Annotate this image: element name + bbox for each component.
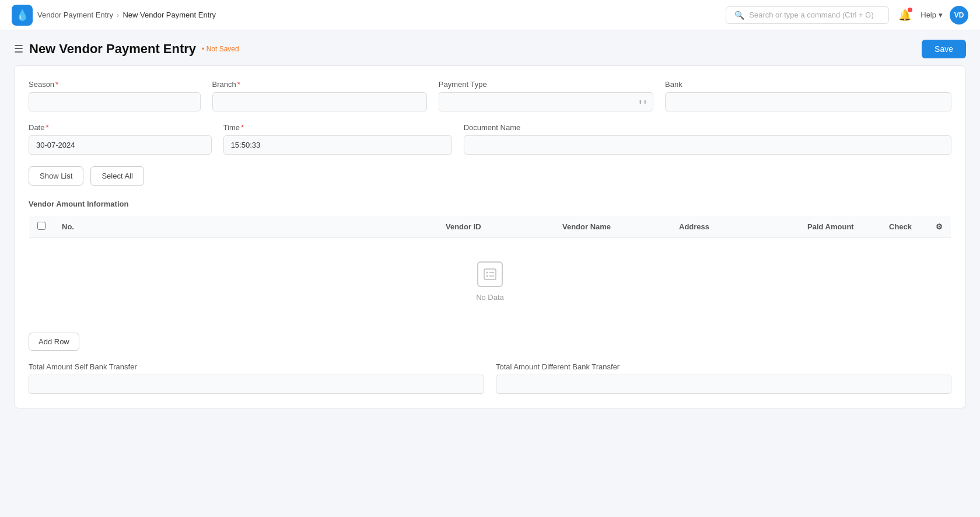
- vendor-section: Vendor Amount Information No. Vendor ID …: [29, 200, 951, 351]
- app-logo: 💧: [12, 5, 33, 26]
- page-header-left: ☰ New Vendor Payment Entry • Not Saved: [14, 41, 239, 57]
- status-badge: • Not Saved: [202, 45, 239, 53]
- nav-left: 💧 Vendor Payment Entry › New Vendor Paym…: [12, 5, 216, 26]
- breadcrumb-sep-1: ›: [117, 11, 119, 19]
- bank-group: Bank: [665, 80, 951, 111]
- notification-dot: [908, 8, 912, 12]
- page-title: New Vendor Payment Entry: [29, 41, 196, 57]
- search-placeholder-text: Search or type a command (Ctrl + G): [749, 11, 874, 19]
- menu-icon[interactable]: ☰: [14, 43, 23, 55]
- form-row-2: Date* Time* Document Name: [29, 123, 951, 155]
- notifications-button[interactable]: 🔔: [896, 6, 914, 24]
- season-input[interactable]: [29, 92, 201, 111]
- document-name-group: Document Name: [464, 123, 951, 155]
- breadcrumb-item-vendor-payment[interactable]: Vendor Payment Entry: [37, 11, 113, 19]
- no-data-text: No Data: [29, 293, 951, 302]
- no-data-row: No Data: [29, 238, 951, 326]
- add-row-button[interactable]: Add Row: [29, 333, 79, 351]
- main-card: Season* Branch* Payment Type Bank: [14, 65, 966, 408]
- form-row-1: Season* Branch* Payment Type Bank: [29, 80, 951, 111]
- totals-row: Total Amount Self Bank Transfer Total Am…: [29, 362, 951, 394]
- save-button[interactable]: Save: [922, 40, 966, 58]
- self-bank-input[interactable]: [29, 375, 484, 394]
- avatar[interactable]: VD: [950, 6, 968, 25]
- branch-label: Branch*: [212, 80, 427, 89]
- th-check: Check: [881, 216, 928, 238]
- document-name-input[interactable]: [464, 135, 951, 155]
- date-group: Date*: [29, 123, 212, 155]
- bank-label: Bank: [665, 80, 951, 89]
- nav-right: 🔍 Search or type a command (Ctrl + G) 🔔 …: [726, 6, 968, 25]
- document-name-label: Document Name: [464, 123, 951, 132]
- payment-type-group: Payment Type: [439, 80, 653, 111]
- payment-type-select[interactable]: [439, 92, 653, 111]
- search-icon: 🔍: [734, 11, 744, 20]
- show-list-button[interactable]: Show List: [29, 166, 83, 186]
- self-bank-label: Total Amount Self Bank Transfer: [29, 362, 484, 371]
- date-input[interactable]: [29, 135, 212, 155]
- no-data-cell: No Data: [29, 238, 951, 326]
- select-all-checkbox[interactable]: [37, 222, 46, 230]
- branch-group: Branch*: [212, 80, 427, 111]
- th-checkbox: [29, 216, 54, 238]
- top-navigation: 💧 Vendor Payment Entry › New Vendor Paym…: [0, 0, 980, 30]
- diff-bank-group: Total Amount Different Bank Transfer: [496, 362, 951, 394]
- page-header: ☰ New Vendor Payment Entry • Not Saved S…: [0, 30, 980, 65]
- time-label: Time*: [223, 123, 452, 132]
- date-label: Date*: [29, 123, 212, 132]
- season-label: Season*: [29, 80, 201, 89]
- breadcrumb-item-new: New Vendor Payment Entry: [123, 11, 216, 19]
- branch-input[interactable]: [212, 92, 427, 111]
- time-input[interactable]: [223, 135, 452, 155]
- th-address: Address: [671, 216, 799, 238]
- bank-input[interactable]: [665, 92, 951, 111]
- payment-type-label: Payment Type: [439, 80, 653, 89]
- th-no: No.: [54, 216, 438, 238]
- section-title: Vendor Amount Information: [29, 200, 951, 208]
- search-bar[interactable]: 🔍 Search or type a command (Ctrl + G): [726, 6, 889, 24]
- svg-point-1: [487, 272, 488, 274]
- vendor-table: No. Vendor ID Vendor Name Address Paid A…: [29, 215, 951, 326]
- table-body: No Data: [29, 238, 951, 326]
- no-data-icon: [477, 261, 503, 287]
- th-vendor-id: Vendor ID: [438, 216, 554, 238]
- chevron-down-icon: ▾: [939, 11, 943, 19]
- th-settings[interactable]: ⚙: [928, 216, 951, 238]
- self-bank-group: Total Amount Self Bank Transfer: [29, 362, 484, 394]
- table-header: No. Vendor ID Vendor Name Address Paid A…: [29, 216, 951, 238]
- time-group: Time*: [223, 123, 452, 155]
- svg-rect-0: [484, 269, 496, 280]
- th-paid-amount: Paid Amount: [799, 216, 881, 238]
- payment-type-select-wrapper: [439, 92, 653, 111]
- help-button[interactable]: Help ▾: [921, 11, 943, 19]
- svg-point-3: [487, 275, 488, 277]
- breadcrumb: Vendor Payment Entry › New Vendor Paymen…: [37, 11, 216, 19]
- action-buttons: Show List Select All: [29, 166, 951, 186]
- diff-bank-input[interactable]: [496, 375, 951, 394]
- season-group: Season*: [29, 80, 201, 111]
- diff-bank-label: Total Amount Different Bank Transfer: [496, 362, 951, 371]
- select-all-button[interactable]: Select All: [90, 166, 144, 186]
- th-vendor-name: Vendor Name: [554, 216, 671, 238]
